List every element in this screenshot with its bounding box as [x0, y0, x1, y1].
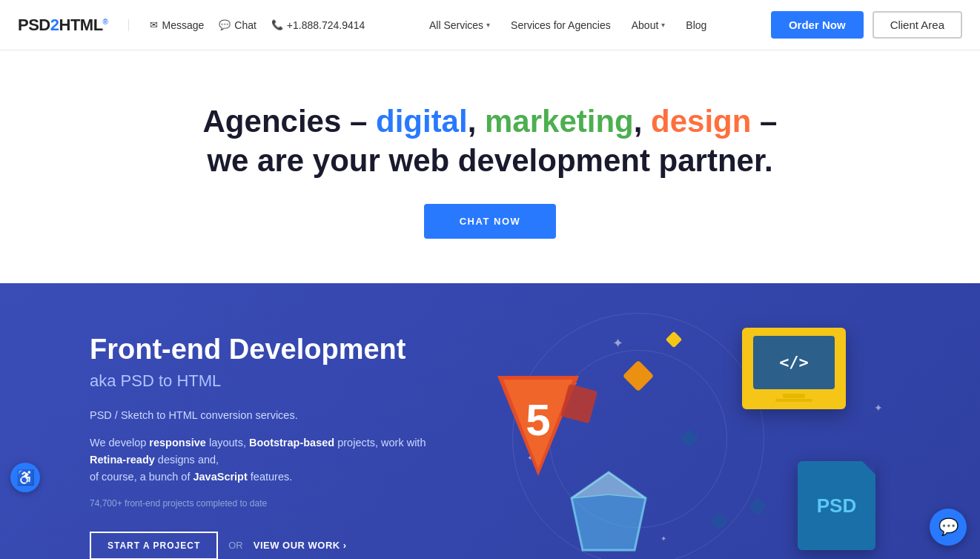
nav-blog-label: Blog — [686, 19, 706, 31]
sparkle-7: ✦ — [660, 535, 666, 543]
view-our-work-link[interactable]: VIEW OUR WORK › — [254, 540, 347, 551]
phone-icon: 📞 — [271, 19, 283, 30]
main-nav: All Services ▾ Services for Agencies Abo… — [429, 19, 706, 31]
blue-content: Front-end Development aka PSD to HTML PS… — [90, 333, 446, 559]
hero-heading: Agencies – digital, marketing, design – … — [15, 102, 965, 180]
code-monitor: </> — [742, 328, 846, 409]
hero-marketing: marketing — [485, 104, 634, 139]
blue-title: Front-end Development — [90, 333, 446, 367]
nav-services-agencies[interactable]: Services for Agencies — [511, 19, 611, 31]
header-contacts: ✉ Message 💬 Chat 📞 +1.888.724.9414 — [128, 19, 365, 31]
blue-actions: START A PROJECT OR VIEW OUR WORK › — [90, 532, 446, 559]
monitor-stand — [783, 394, 805, 398]
nav-about-label: About — [632, 19, 659, 31]
chat-float-button[interactable]: 💬 — [930, 509, 967, 546]
accessibility-button[interactable]: ♿ — [10, 463, 40, 492]
chat-label: Chat — [234, 19, 256, 31]
sparkle-6: ✦ — [874, 402, 883, 414]
header-buttons: Order Now Client Area — [771, 11, 962, 39]
start-project-button[interactable]: START A PROJECT — [90, 532, 218, 559]
blue-illustration: ✦ ✦ ✦ ✦ ✦ ✦ ✦ 5 — [475, 328, 890, 559]
bold-javascript: JavaScript — [193, 471, 247, 483]
chat-float-icon: 💬 — [938, 517, 959, 537]
nav-all-services-label: All Services — [429, 19, 483, 31]
or-text: OR — [228, 540, 243, 551]
monitor-base — [775, 399, 812, 402]
phone-link[interactable]: 📞 +1.888.724.9414 — [271, 19, 365, 31]
message-icon: ✉ — [150, 19, 158, 30]
hero-design: design — [651, 104, 751, 139]
client-area-button[interactable]: Client Area — [873, 11, 962, 39]
blue-stat: 74,700+ front-end projects completed to … — [90, 497, 446, 511]
blue-para1: PSD / Sketch to HTML conversion services… — [90, 407, 446, 424]
phone-label: +1.888.724.9414 — [287, 19, 365, 31]
bold-bootstrap: Bootstrap-based — [249, 437, 334, 449]
message-label: Message — [162, 19, 204, 31]
chat-now-button[interactable]: CHAT NOW — [424, 204, 557, 239]
hex-blue-3 — [748, 497, 767, 515]
hero-digital: digital — [376, 104, 468, 139]
nav-blog[interactable]: Blog — [686, 19, 706, 31]
psd-file-icon: PSD — [798, 461, 875, 550]
chevron-down-icon: ▾ — [661, 21, 665, 29]
svg-text:5: 5 — [526, 395, 550, 445]
hero-comma1: , — [468, 104, 477, 139]
nav-services-agencies-label: Services for Agencies — [511, 19, 611, 31]
hero-section: Agencies – digital, marketing, design – … — [0, 50, 980, 283]
hero-line1: Agencies – digital, marketing, design – — [203, 104, 778, 139]
accessibility-icon: ♿ — [16, 469, 35, 486]
chat-link[interactable]: 💬 Chat — [219, 19, 256, 31]
psd-label: PSD — [817, 494, 856, 517]
hero-line2: we are your web development partner. — [207, 143, 772, 178]
blue-para2: We develop responsive layouts, Bootstrap… — [90, 434, 446, 486]
hero-comma2: , — [634, 104, 643, 139]
nav-all-services[interactable]: All Services ▾ — [429, 19, 490, 31]
blue-section: Front-end Development aka PSD to HTML PS… — [0, 283, 980, 559]
sparkle-1: ✦ — [612, 335, 623, 351]
code-label: </> — [779, 353, 809, 371]
bold-responsive: responsive — [149, 437, 206, 449]
code-monitor-screen: </> — [753, 336, 835, 389]
blue-section-inner: Front-end Development aka PSD to HTML PS… — [45, 328, 935, 559]
file-corner — [862, 461, 875, 474]
logo[interactable]: PSD2HTML® — [18, 16, 107, 35]
bold-retina: Retina-ready — [90, 454, 155, 466]
header: PSD2HTML® ✉ Message 💬 Chat 📞 +1.888.724.… — [0, 0, 980, 50]
svg-marker-5 — [572, 494, 646, 550]
blue-subtitle: aka PSD to HTML — [90, 371, 446, 391]
diamond-icon — [564, 469, 653, 558]
hero-prefix: Agencies – — [203, 104, 376, 139]
svg-marker-4 — [572, 472, 646, 498]
nav-about[interactable]: About ▾ — [632, 19, 666, 31]
order-now-button[interactable]: Order Now — [771, 11, 864, 39]
header-left: PSD2HTML® ✉ Message 💬 Chat 📞 +1.888.724.… — [18, 16, 365, 35]
message-link[interactable]: ✉ Message — [150, 19, 204, 31]
chat-icon: 💬 — [219, 19, 231, 30]
chevron-down-icon: ▾ — [486, 21, 490, 29]
